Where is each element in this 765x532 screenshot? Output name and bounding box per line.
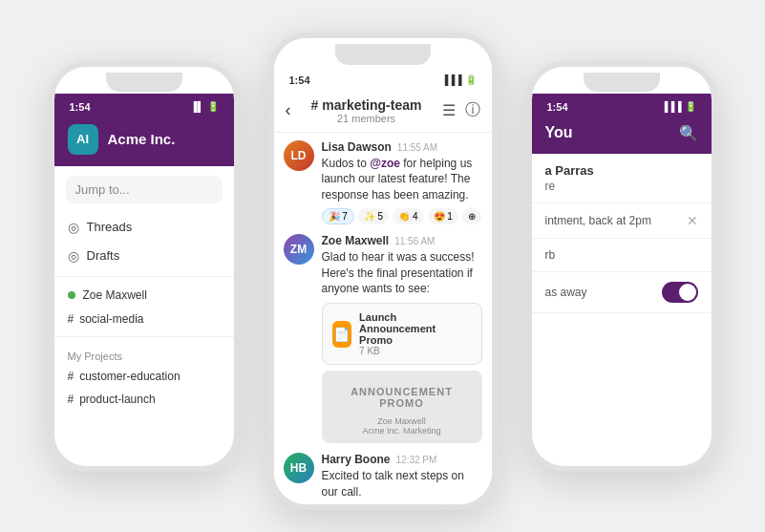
sender-harry: Harry Boone [322,453,391,466]
right-time: 1:54 [547,101,568,113]
message-text-lisa: Kudos to @zoe for helping us launch our … [322,156,482,203]
status-appointment: intment, back at 2pm ✕ [532,203,712,239]
center-phone-top [274,38,492,67]
status-rb: rb [532,239,712,272]
my-projects-label: My Projects [54,343,234,365]
mention-zoe: @zoe [370,157,400,170]
app-icon: AI [68,124,98,155]
message-zoe: ZM Zoe Maxwell 11:56 AM Glad to hear it … [284,234,482,443]
left-header: AI Acme Inc. [54,117,234,166]
away-toggle[interactable] [662,282,698,303]
preview-card: ANNOUNCEMENT PROMO Zoe Maxwell Acme Inc.… [322,371,482,443]
dm-parras-sender: a Parras [545,163,698,178]
left-status-bar: 1:54 ▐▌ 🔋 [54,94,234,117]
header-icons: ☰ ⓘ [442,100,480,120]
hash-icon: # [68,312,74,326]
toggle-knob [679,284,696,301]
center-status-bar: 1:54 ▐▐▐ 🔋 [274,67,492,90]
dm-parras[interactable]: a Parras re [532,154,712,203]
nav-threads[interactable]: ◎ Threads [54,213,234,242]
hash-icon2: # [68,370,74,383]
message-text-zoe: Glad to hear it was a success! Here's th… [322,249,482,297]
message-header-harry: Harry Boone 12:32 PM [322,453,482,466]
file-attachment[interactable]: 📄 Launch Announcement Promo 7 KB [322,303,482,365]
preview-footer: Zoe Maxwell Acme Inc. Marketing [331,416,473,436]
messages-area: LD Lisa Dawson 11:55 AM Kudos to @zoe fo… [274,133,492,510]
back-button[interactable]: ‹ [286,100,291,120]
channel-header: ‹ # marketing-team 21 members ☰ ⓘ [274,90,492,133]
preview-label: ANNOUNCEMENT PROMO [331,386,473,409]
nav-drafts[interactable]: ◎ Drafts [54,242,234,270]
threads-icon: ◎ [68,220,79,235]
reaction-clap[interactable]: 👏 4 [393,208,423,224]
right-header: You 🔍 [532,117,712,154]
divider [54,276,234,277]
dm-zoe[interactable]: Zoe Maxwell [54,283,234,308]
left-phone-top [54,67,234,94]
channel-social-media[interactable]: # social-media [54,308,234,330]
sender-zoe: Zoe Maxwell [322,234,390,247]
phone-left: 1:54 ▐▌ 🔋 AI Acme Inc. Jump to... ◎ Thre… [49,61,240,472]
center-notch [335,44,431,65]
message-content-lisa: Lisa Dawson 11:55 AM Kudos to @zoe for h… [322,140,482,224]
reaction-party[interactable]: 🎉 7 [322,208,354,224]
status-away-text: as away [545,286,587,299]
message-text-harry: Excited to talk next steps on our call. [322,468,482,500]
right-status-bar: 1:54 ▐▐▐ 🔋 [532,94,712,117]
reaction-sparkle[interactable]: ✨ 5 [358,208,389,224]
divider2 [54,336,234,337]
message-header-lisa: Lisa Dawson 11:55 AM [322,140,482,154]
jump-to-search[interactable]: Jump to... [66,176,223,203]
status-rb-text: rb [545,248,556,262]
close-status-button[interactable]: ✕ [687,213,698,228]
you-title: You [545,124,573,141]
phone-right: 1:54 ▐▐▐ 🔋 You 🔍 a Parras re intment, ba… [526,61,717,472]
time-harry: 12:32 PM [396,455,437,465]
member-count: 21 members [311,113,422,124]
reaction-heart[interactable]: 😍 1 [428,208,458,224]
right-phone-top [532,67,712,94]
file-size: 7 KB [359,346,471,356]
message-content-zoe: Zoe Maxwell 11:56 AM Glad to hear it was… [322,234,482,443]
avatar-harry: HB [284,453,314,483]
status-appointment-text: intment, back at 2pm [545,214,651,227]
left-time: 1:54 [70,101,91,113]
hash-icon3: # [68,393,74,406]
dm-parras-preview: re [545,180,698,193]
right-notch [584,73,660,92]
time-lisa: 11:55 AM [397,142,437,153]
channel-product-launch[interactable]: # product-launch [54,388,234,411]
phones-container: 1:54 ▐▌ 🔋 AI Acme Inc. Jump to... ◎ Thre… [20,13,746,520]
left-signal: ▐▌ 🔋 [190,101,218,112]
online-dot [68,291,75,299]
file-info: Launch Announcement Promo 7 KB [359,311,471,356]
left-notch [106,73,182,92]
sender-lisa: Lisa Dawson [322,140,392,154]
reactions-lisa: 🎉 7 ✨ 5 👏 4 😍 1 ⊕ [322,208,482,224]
channel-title-block: # marketing-team 21 members [311,97,422,124]
file-name: Launch Announcement Promo [359,311,471,346]
status-away: as away [532,272,712,313]
center-time: 1:54 [289,74,310,86]
right-signal: ▐▐▐ 🔋 [661,101,695,112]
message-header-zoe: Zoe Maxwell 11:56 AM [322,234,482,247]
time-zoe: 11:56 AM [394,236,435,246]
center-signal: ▐▐▐ 🔋 [441,74,476,85]
drafts-icon: ◎ [68,248,79,264]
channel-customer-education[interactable]: # customer-education [54,365,234,388]
reaction-add[interactable]: ⊕ [462,208,481,224]
message-lisa: LD Lisa Dawson 11:55 AM Kudos to @zoe fo… [284,140,482,224]
workspace-name: Acme Inc. [108,131,176,147]
filter-icon[interactable]: ☰ [442,101,456,119]
phone-center: 1:54 ▐▐▐ 🔋 ‹ # marketing-team 21 members… [268,32,498,510]
info-icon[interactable]: ⓘ [465,100,480,120]
message-harry: HB Harry Boone 12:32 PM Excited to talk … [284,453,482,500]
file-icon: 📄 [332,321,352,348]
avatar-zoe: ZM [284,234,314,265]
channel-name: # marketing-team [311,97,422,113]
message-content-harry: Harry Boone 12:32 PM Excited to talk nex… [322,453,482,500]
search-icon[interactable]: 🔍 [679,124,698,142]
avatar-lisa: LD [284,140,314,171]
